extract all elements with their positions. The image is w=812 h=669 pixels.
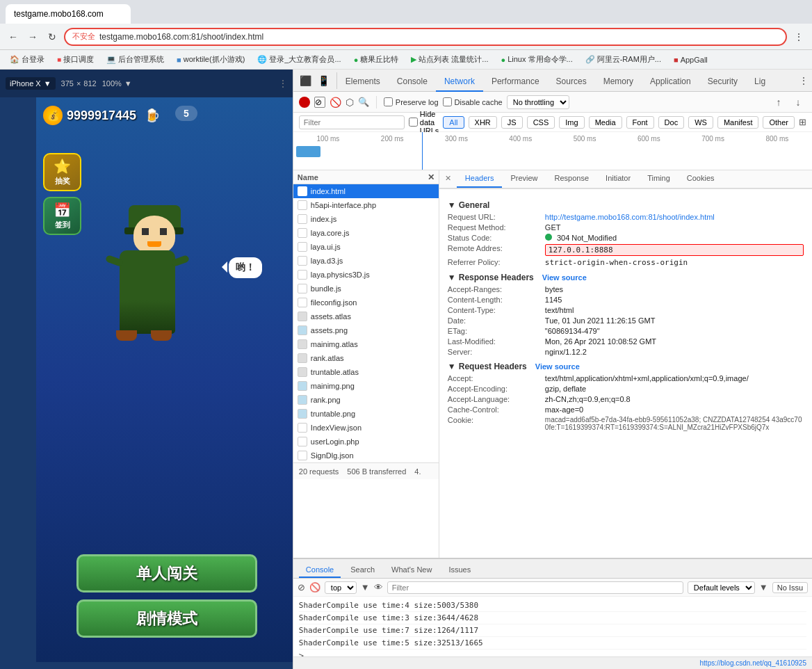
bookmark-appgall[interactable]: ■AppGall xyxy=(669,54,712,65)
tab-elements[interactable]: Elements xyxy=(337,72,389,92)
file-item-laya-ui[interactable]: laya.ui.js xyxy=(293,240,439,254)
browser-tab[interactable]: testgame.mobo168.com xyxy=(6,4,131,24)
file-item-h5api[interactable]: h5api-interface.php xyxy=(293,198,439,212)
file-item-laya-d3[interactable]: laya.d3.js xyxy=(293,254,439,268)
console-tab-console[interactable]: Console xyxy=(299,563,341,578)
more-button[interactable]: ⋮ xyxy=(791,29,806,45)
tab-application[interactable]: Application xyxy=(642,72,699,92)
details-tab-response[interactable]: Response xyxy=(546,170,598,188)
export-icon[interactable]: ↓ xyxy=(790,94,806,111)
console-tab-search[interactable]: Search xyxy=(343,563,382,578)
file-item-bundle[interactable]: bundle.js xyxy=(293,282,439,296)
draw-button[interactable]: ⭐ 抽奖 xyxy=(43,153,81,191)
sign-button[interactable]: 📅 签到 xyxy=(43,197,81,235)
filter-icon[interactable]: ⬡ xyxy=(346,97,354,108)
console-stop-icon[interactable]: 🚫 xyxy=(309,582,320,593)
details-tab-preview[interactable]: Preview xyxy=(502,170,546,188)
tab-sources[interactable]: Sources xyxy=(548,72,595,92)
console-tab-issues[interactable]: Issues xyxy=(441,563,478,578)
filter-ws-button[interactable]: WS xyxy=(688,116,713,129)
file-item-rank-png[interactable]: rank.png xyxy=(293,393,439,407)
bookmark-linux[interactable]: ●Linux 常用命令学... xyxy=(497,53,577,66)
response-view-source[interactable]: View source xyxy=(542,273,587,282)
filter-css-button[interactable]: CSS xyxy=(527,116,555,129)
file-item-assets-atlas[interactable]: assets.atlas xyxy=(293,309,439,323)
console-level-select[interactable]: Default levels xyxy=(688,581,755,594)
filter-font-button[interactable]: Font xyxy=(626,116,654,129)
bottom-link[interactable]: https://blog.csdn.net/qq_41610925 xyxy=(700,659,806,667)
story-button[interactable]: 剧情模式 xyxy=(76,599,257,638)
disable-cache-input[interactable] xyxy=(443,97,452,106)
tab-security[interactable]: Security xyxy=(699,72,746,92)
tab-performance[interactable]: Performance xyxy=(483,72,548,92)
console-level-chevron[interactable]: ▼ xyxy=(759,582,768,593)
request-url-val[interactable]: http://testgame.mobo168.com:81/shoot/ind… xyxy=(545,213,804,221)
console-clear-icon[interactable]: ⊘ xyxy=(298,582,305,593)
bookmark-houtai[interactable]: 💻后台管理系统 xyxy=(102,53,168,66)
tab-memory[interactable]: Memory xyxy=(595,72,642,92)
file-item-fileconfig[interactable]: fileconfig.json xyxy=(293,296,439,309)
hide-data-urls-checkbox[interactable]: Hide data URLs xyxy=(409,110,439,135)
refresh-button[interactable]: ↻ xyxy=(44,29,60,45)
request-view-source[interactable]: View source xyxy=(535,362,580,371)
preserve-log-input[interactable] xyxy=(384,97,393,106)
bookmark-denglu[interactable]: 🏠台登录 xyxy=(6,53,49,66)
file-item-truntable-png[interactable]: truntable.png xyxy=(293,407,439,421)
forward-button[interactable]: → xyxy=(25,29,40,45)
hide-data-urls-input[interactable] xyxy=(409,118,418,127)
console-scope-select[interactable]: top xyxy=(325,581,357,594)
file-item-index-html[interactable]: index.html xyxy=(293,184,439,198)
stop-button[interactable]: ⊘ xyxy=(314,97,325,108)
bookmark-jieku[interactable]: ■接口调度 xyxy=(53,53,98,66)
bookmark-worktile[interactable]: ■worktile(抓小游戏) xyxy=(172,53,249,66)
file-item-signdlg[interactable]: SignDlg.json xyxy=(293,449,439,462)
tab-console[interactable]: Console xyxy=(389,72,436,92)
details-tab-timing[interactable]: Timing xyxy=(639,170,679,188)
console-filter-input[interactable] xyxy=(387,581,683,594)
bookmark-aliyun[interactable]: 🔗阿里云-RAM用户... xyxy=(581,53,665,66)
more-options-icon[interactable]: ⋮ xyxy=(279,79,287,88)
console-toggle-icon[interactable]: ▼ xyxy=(361,582,370,593)
general-toggle[interactable]: ▼ xyxy=(448,200,456,210)
details-tab-cookies[interactable]: Cookies xyxy=(679,170,723,188)
search-icon[interactable]: 🔍 xyxy=(358,97,369,107)
import-icon[interactable]: ↑ xyxy=(770,94,787,111)
preserve-log-checkbox[interactable]: Preserve log xyxy=(384,97,439,106)
file-item-truntable-atlas[interactable]: truntable.atlas xyxy=(293,365,439,379)
details-tab-close[interactable]: ✕ xyxy=(439,170,457,188)
filter-manifest-button[interactable]: Manifest xyxy=(717,116,759,129)
file-item-mainimg-atlas[interactable]: mainimg.atlas xyxy=(293,337,439,351)
filter-xhr-button[interactable]: XHR xyxy=(469,116,497,129)
bookmark-dali[interactable]: 🌐登录_大立教育会员... xyxy=(253,53,345,66)
file-item-userlogin[interactable]: userLogin.php xyxy=(293,435,439,449)
inspect-element-icon[interactable]: ⬛ xyxy=(298,72,314,89)
filter-js-button[interactable]: JS xyxy=(501,116,523,129)
device-toggle-icon[interactable]: 📱 xyxy=(316,72,332,89)
console-prompt-line[interactable]: > xyxy=(299,650,806,656)
record-button[interactable] xyxy=(299,97,310,108)
file-item-laya-core[interactable]: laya.core.js xyxy=(293,226,439,240)
eye-icon[interactable]: 👁 xyxy=(374,582,383,593)
address-bar[interactable]: 不安全 testgame.mobo168.com:81/shoot/index.… xyxy=(64,28,787,46)
details-tab-headers[interactable]: Headers xyxy=(457,170,503,188)
disable-cache-checkbox[interactable]: Disable cache xyxy=(443,97,503,106)
file-item-laya-physics[interactable]: laya.physics3D.js xyxy=(293,268,439,282)
bookmark-tangguo[interactable]: ●糖果丘比特 xyxy=(350,53,403,66)
tab-network[interactable]: Network xyxy=(436,72,483,92)
filter-input[interactable] xyxy=(299,115,405,129)
back-button[interactable]: ← xyxy=(6,29,21,45)
overflow-icon[interactable]: ⋮ xyxy=(795,72,812,89)
throttle-select[interactable]: No throttling xyxy=(507,95,569,109)
file-item-index-js[interactable]: index.js xyxy=(293,212,439,226)
file-item-assets-png[interactable]: assets.png xyxy=(293,323,439,337)
bookmark-zhandian[interactable]: ▶站点列表 流量统计... xyxy=(407,53,492,66)
close-files-icon[interactable]: ✕ xyxy=(428,172,435,182)
filter-all-button[interactable]: All xyxy=(443,116,464,129)
filter-more-icon[interactable]: ⊞ xyxy=(799,117,806,127)
clear-button[interactable]: 🚫 xyxy=(330,97,341,108)
console-tab-whatsnew[interactable]: What's New xyxy=(384,563,439,578)
tab-lig[interactable]: Lig xyxy=(746,72,774,92)
response-headers-toggle[interactable]: ▼ xyxy=(448,273,456,282)
filter-other-button[interactable]: Other xyxy=(763,116,795,129)
request-headers-toggle[interactable]: ▼ xyxy=(448,362,456,371)
